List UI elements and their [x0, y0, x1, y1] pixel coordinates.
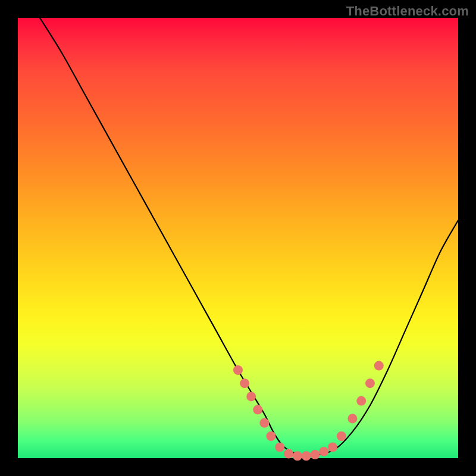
- marker-dot: [275, 443, 284, 452]
- marker-dot: [347, 414, 357, 423]
- marker-dot: [311, 450, 320, 459]
- curve-svg: [18, 18, 458, 458]
- marker-dot: [240, 378, 249, 388]
- marker-dot: [253, 405, 262, 415]
- bottleneck-curve: [40, 18, 458, 456]
- marker-dot: [246, 392, 256, 401]
- watermark-text: TheBottleneck.com: [346, 4, 469, 19]
- marker-dot: [319, 447, 328, 456]
- marker-dot: [328, 443, 337, 452]
- marker-dot: [365, 378, 375, 388]
- marker-dot: [267, 431, 276, 441]
- marker-dot: [374, 361, 384, 371]
- marker-dot: [356, 396, 366, 406]
- marker-dots: [233, 361, 384, 461]
- marker-dot: [259, 418, 269, 428]
- marker-dot: [233, 365, 243, 375]
- marker-dot: [302, 451, 311, 461]
- bottleneck-chart: TheBottleneck.com: [0, 0, 476, 476]
- marker-dot: [293, 451, 302, 461]
- marker-dot: [337, 431, 346, 441]
- plot-area: [18, 18, 458, 458]
- marker-dot: [284, 449, 293, 459]
